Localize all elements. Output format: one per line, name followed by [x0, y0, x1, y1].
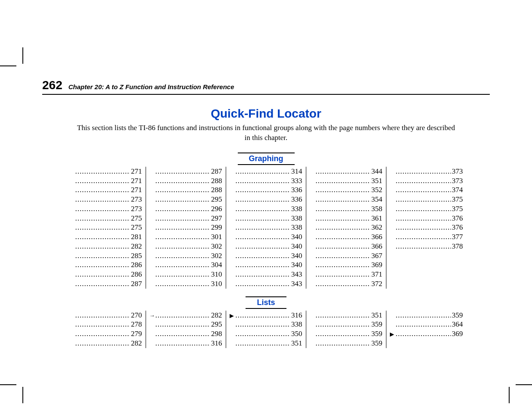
index-entry: 302: [149, 242, 222, 251]
page-ref: 338: [290, 204, 302, 214]
page-ref: 271: [130, 176, 142, 186]
index-entry: 301: [149, 232, 222, 242]
page-ref: 375: [451, 195, 463, 204]
index-entry: 364: [390, 320, 463, 329]
page-ref: 351: [290, 339, 302, 348]
leader-dots: [316, 242, 371, 251]
leader-dots: [316, 329, 371, 339]
leader-dots: [156, 204, 211, 214]
page-ref: 359: [370, 329, 383, 339]
running-head: 262 Chapter 20: A to Z Function and Inst…: [42, 78, 490, 95]
page-ref: 369: [451, 329, 463, 339]
leader-dots: [156, 339, 211, 348]
index-entry: 282: [69, 242, 142, 251]
column: 359364▶369: [386, 311, 467, 348]
page-ref: 373: [451, 176, 463, 186]
leader-dots: [156, 270, 211, 279]
page-ref: 288: [210, 176, 222, 186]
index-entry: 336: [230, 185, 302, 195]
page-ref: 340: [290, 251, 302, 261]
page-ref: 278: [130, 320, 142, 329]
page-ref: 286: [130, 260, 142, 270]
index-entry: 275: [69, 223, 142, 232]
leader-dots: [156, 167, 211, 176]
leader-dots: [156, 214, 211, 223]
page-ref: 366: [370, 242, 383, 251]
leader-dots: [316, 279, 371, 289]
page-ref: 285: [130, 251, 142, 261]
index-entry: 333: [230, 176, 302, 186]
leader-dots: [316, 185, 371, 195]
index-entry: 359: [310, 329, 383, 339]
page-ref: 282: [130, 242, 142, 251]
leader-dots: [316, 204, 371, 214]
page-ref: 271: [130, 167, 142, 176]
leader-dots: [316, 176, 371, 186]
page-ref: 287: [210, 167, 222, 176]
index-entry: 275: [69, 214, 142, 223]
column: 373373374375375376376377378: [386, 167, 467, 289]
index-entry: 271: [69, 176, 142, 186]
column: 344351352354358361362366366367369371372: [306, 167, 386, 289]
entry-glyph-icon: ▶: [390, 331, 396, 338]
page-ref: 359: [370, 339, 383, 348]
index-entry: 350: [230, 329, 302, 339]
intro-text: This section lists the TI-86 functions a…: [77, 123, 456, 143]
leader-dots: [75, 260, 131, 270]
index-entry: 316: [149, 339, 222, 348]
leader-dots: [236, 185, 291, 195]
index-entry: 314: [230, 167, 302, 176]
page-ref: 369: [370, 260, 383, 270]
leader-dots: [156, 311, 211, 320]
leader-dots: [75, 320, 131, 329]
page-ref: 338: [290, 320, 302, 329]
leader-dots: [75, 195, 131, 204]
index-entry: 338: [230, 204, 302, 214]
leader-dots: [316, 339, 371, 348]
index-entry: 375: [390, 204, 463, 214]
leader-dots: [236, 260, 291, 270]
leader-dots: [316, 251, 371, 261]
leader-dots: [156, 176, 211, 186]
leader-dots: [316, 270, 371, 279]
page-ref: 310: [210, 270, 222, 279]
page-ref: 376: [451, 214, 463, 223]
leader-dots: [236, 329, 291, 339]
leader-dots: [75, 251, 131, 261]
column: 271271271273273275275281282285286286287: [66, 167, 146, 289]
leader-dots: [156, 195, 211, 204]
page-ref: 343: [290, 270, 302, 279]
leader-dots: [156, 329, 211, 339]
page-ref: 336: [290, 195, 302, 204]
leader-dots: [396, 242, 451, 251]
index-entry: 369: [310, 260, 383, 270]
index-entry: 366: [310, 242, 383, 251]
index-entry: 271: [69, 185, 142, 195]
leader-dots: [316, 320, 371, 329]
index-entry: 344: [310, 167, 383, 176]
leader-dots: [75, 339, 131, 348]
index-entry: 286: [69, 270, 142, 279]
leader-dots: [156, 260, 211, 270]
leader-dots: [316, 214, 371, 223]
index-entry: 375: [390, 195, 463, 204]
page-ref: 343: [290, 279, 302, 289]
page-ref: 336: [290, 185, 302, 195]
leader-dots: [396, 320, 451, 329]
index-entry: 373: [390, 167, 463, 176]
leader-dots: [316, 311, 371, 320]
page-ref: 376: [451, 223, 463, 232]
column: 287288288295296297299301302302304310310: [146, 167, 226, 289]
page-ref: 298: [210, 329, 222, 339]
index-entry: 288: [149, 176, 222, 186]
leader-dots: [236, 242, 291, 251]
index-entry: 271: [69, 167, 142, 176]
index-entry: 338: [230, 214, 302, 223]
page-ref: 362: [370, 223, 383, 232]
leader-dots: [156, 242, 211, 251]
entry-glyph-icon: ▶: [230, 312, 236, 320]
leader-dots: [396, 185, 451, 195]
page-ref: 295: [210, 320, 222, 329]
leader-dots: [236, 320, 291, 329]
index-entry: 310: [149, 279, 222, 289]
